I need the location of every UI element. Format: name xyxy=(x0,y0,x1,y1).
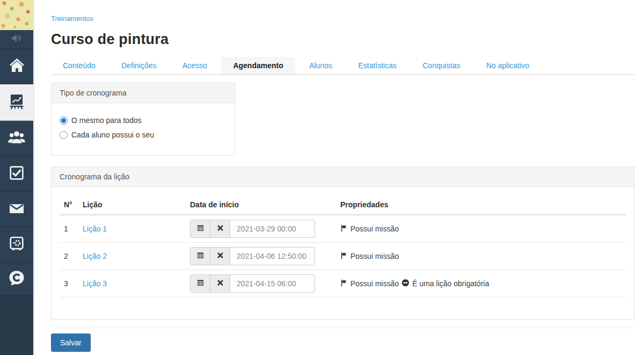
property-label: Possui missão xyxy=(350,224,399,233)
sidebar-item-support-chat[interactable] xyxy=(0,263,33,295)
schedule-type-panel-title: Tipo de cronograma xyxy=(52,83,235,103)
row-properties: Possui missão xyxy=(340,224,621,234)
lesson-link[interactable]: Lição 2 xyxy=(83,252,107,260)
start-date-input[interactable] xyxy=(230,247,315,265)
save-button[interactable]: Salvar xyxy=(51,334,91,352)
clear-date-button[interactable] xyxy=(210,247,230,265)
start-date-input[interactable] xyxy=(230,274,315,293)
sidebar-item-courses[interactable] xyxy=(0,84,33,121)
calendar-button[interactable] xyxy=(190,220,210,238)
tab-agendamento[interactable]: Agendamento xyxy=(221,57,295,74)
sidebar-item-announcements[interactable] xyxy=(0,30,33,49)
table-row: 2 Lição 2 xyxy=(60,243,626,270)
row-properties: Possui missão É uma lição obrigatória xyxy=(340,279,621,288)
table-row: 1 Lição 1 xyxy=(60,215,626,243)
tab-definicoes[interactable]: Definições xyxy=(109,57,168,74)
calendar-icon xyxy=(196,279,204,288)
close-icon xyxy=(217,224,224,233)
tab-estatisticas[interactable]: Estatísticas xyxy=(346,57,408,74)
calendar-button[interactable] xyxy=(190,247,210,265)
tab-acesso[interactable]: Acesso xyxy=(171,57,219,74)
lesson-link[interactable]: Lição 1 xyxy=(83,224,107,233)
tab-conteudo[interactable]: Conteúdo xyxy=(51,57,107,74)
breadcrumb-link-treinamentos[interactable]: Treinamentos xyxy=(51,15,93,23)
radio-option-same-for-all[interactable]: O mesmo para todos xyxy=(60,116,226,125)
tab-bar: Conteúdo Definições Acesso Agendamento A… xyxy=(51,57,634,75)
table-row: 3 Lição 3 xyxy=(60,270,626,298)
chat-logo-icon xyxy=(8,269,26,289)
home-icon xyxy=(8,56,26,76)
row-number: 1 xyxy=(60,215,78,243)
date-input-group xyxy=(190,247,315,265)
breadcrumb: Treinamentos xyxy=(51,0,634,23)
header-properties: Propriedades xyxy=(336,195,626,215)
clear-date-button[interactable] xyxy=(210,220,230,238)
envelope-icon xyxy=(8,199,26,220)
sidebar-item-students[interactable] xyxy=(0,121,33,156)
lesson-schedule-panel-title: Cronograma da lição xyxy=(52,167,634,187)
row-number: 3 xyxy=(60,270,78,298)
app-logo-pattern[interactable] xyxy=(0,0,33,30)
tab-alunos[interactable]: Alunos xyxy=(297,57,344,74)
flag-icon xyxy=(340,279,348,288)
lesson-schedule-panel: Cronograma da lição N° Lição Data de iní… xyxy=(51,166,634,320)
clear-date-button[interactable] xyxy=(210,274,230,293)
flag-icon xyxy=(340,224,348,234)
table-header-row: N° Lição Data de início Propriedades xyxy=(60,195,626,215)
radio-label: O mesmo para todos xyxy=(71,116,142,125)
lesson-schedule-table: N° Lição Data de início Propriedades 1 L… xyxy=(60,195,626,298)
sidebar-item-home[interactable] xyxy=(0,49,33,84)
property-label: É uma lição obrigatória xyxy=(412,279,489,288)
minus-circle-icon xyxy=(401,279,409,288)
property-label: Possui missão xyxy=(350,279,399,288)
flag-icon xyxy=(340,252,348,261)
main-content: Treinamentos Curso de pintura Conteúdo D… xyxy=(35,0,644,352)
sidebar-item-vault[interactable] xyxy=(0,227,33,263)
schedule-type-panel: Tipo de cronograma O mesmo para todos Ca… xyxy=(51,83,235,156)
users-icon xyxy=(8,128,26,149)
radio-label: Cada aluno possui o seu xyxy=(71,131,154,139)
easel-chart-icon xyxy=(8,92,26,113)
schedule-type-panel-body: O mesmo para todos Cada aluno possui o s… xyxy=(52,103,235,155)
calendar-icon xyxy=(196,224,204,234)
footer-divider xyxy=(51,328,634,328)
calendar-icon xyxy=(196,251,204,261)
page-title: Curso de pintura xyxy=(51,31,634,48)
lesson-link[interactable]: Lição 3 xyxy=(83,279,107,288)
safe-icon xyxy=(8,235,25,255)
tab-no-aplicativo[interactable]: No aplicativo xyxy=(474,57,541,74)
sidebar-item-tasks[interactable] xyxy=(0,156,33,192)
lesson-schedule-panel-body: N° Lição Data de início Propriedades 1 L… xyxy=(52,187,634,319)
header-start-date: Data de início xyxy=(186,195,336,215)
property-label: Possui missão xyxy=(350,252,399,260)
sidebar xyxy=(0,0,35,355)
radio-option-per-student[interactable]: Cada aluno possui o seu xyxy=(60,131,226,139)
speaker-icon xyxy=(10,31,24,47)
row-properties: Possui missão xyxy=(340,252,621,261)
radio-button-unselected[interactable] xyxy=(60,131,68,139)
tab-conquistas[interactable]: Conquistas xyxy=(411,57,472,74)
close-icon xyxy=(217,279,224,288)
start-date-input[interactable] xyxy=(230,220,315,238)
sidebar-item-messages[interactable] xyxy=(0,192,33,227)
calendar-button[interactable] xyxy=(190,274,210,293)
date-input-group xyxy=(190,274,315,293)
header-lesson: Lição xyxy=(78,195,186,215)
row-number: 2 xyxy=(60,243,78,270)
checkbox-icon xyxy=(8,164,25,184)
radio-button-selected[interactable] xyxy=(60,117,68,125)
sidebar-filler xyxy=(0,295,33,355)
date-input-group xyxy=(190,220,315,238)
header-number: N° xyxy=(60,195,78,215)
close-icon xyxy=(217,252,224,260)
